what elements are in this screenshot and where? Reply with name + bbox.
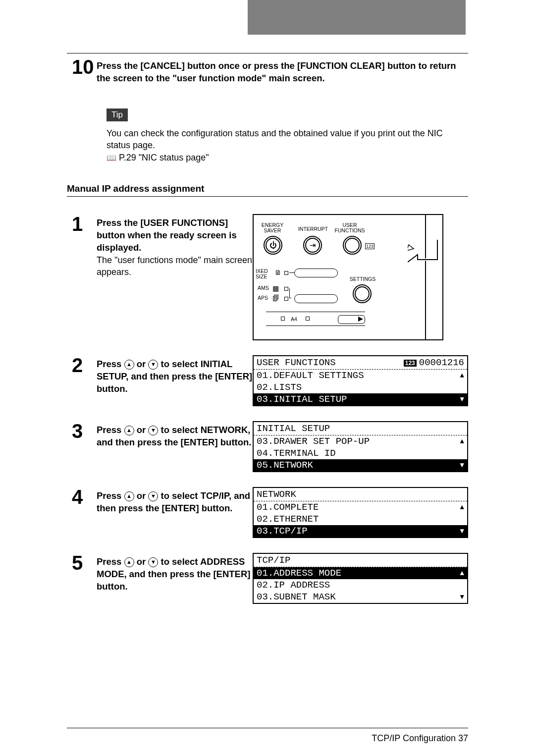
connector-line-2 — [289, 288, 291, 298]
down-triangle-icon: ▼ — [148, 360, 158, 370]
lcd-header: USER FUNCTIONS 12300001216 — [254, 356, 467, 370]
lcd-header: INITIAL SETUP — [254, 422, 467, 435]
down-triangle-icon: ▼ — [148, 426, 158, 435]
lcd-item: 05.NETWORK — [257, 460, 313, 471]
lcd-header: TCP/IP — [254, 554, 467, 567]
page-content: 10 Press the [CANCEL] button once or pre… — [67, 57, 468, 604]
user-functions-label: USER FUNCTIONS — [332, 222, 368, 233]
step-5: 5 Press ▲ or ▼ to select ADDRESS MODE, a… — [67, 553, 468, 604]
lcd-title: USER FUNCTIONS — [257, 357, 336, 368]
indicator-square-3 — [284, 297, 288, 301]
step-number: 1 — [67, 214, 97, 234]
a4-label: A4 — [291, 317, 297, 322]
connector-line — [289, 272, 294, 273]
user-functions-button[interactable] — [343, 236, 362, 255]
lcd-row-selected: 01.ADDRESS MODE — [254, 567, 467, 579]
panel-track-3[interactable] — [338, 315, 365, 324]
step-4: 4 Press ▲ or ▼ to select TCP/IP, and the… — [67, 487, 468, 538]
step-3: 3 Press ▲ or ▼ to select NETWORK, and th… — [67, 421, 468, 472]
lcd-screen-4: NETWORK 01.COMPLETE 02.ETHERNET 03.TCP/I… — [253, 487, 468, 538]
tip-reference: 📖 P.29 "NIC status page" — [107, 152, 468, 163]
lcd-row: 04.TERMINAL ID — [254, 447, 467, 459]
svg-marker-0 — [408, 245, 414, 251]
mixed-size-label: IXED SIZE — [256, 269, 275, 279]
lcd-item: 02.LISTS — [257, 382, 302, 393]
step-10: 10 Press the [CANCEL] button once or pre… — [67, 57, 468, 85]
energy-saver-label: ENERGY SAVER — [260, 222, 285, 233]
lcd-row: 01.DEFAULT SETTINGS — [254, 370, 467, 381]
lcd-row: 03.DRAWER SET POP-UP — [254, 435, 467, 447]
counter-value: 00001216 — [419, 357, 464, 368]
t: Press — [97, 359, 124, 369]
lcd-row-selected: 05.NETWORK — [254, 459, 467, 471]
step-number: 10 — [67, 57, 97, 77]
footer-text: TCP/IP Configuration 37 — [67, 733, 468, 744]
up-arrow-icon — [460, 503, 464, 511]
play-icon — [358, 317, 363, 322]
lcd-item: 03.INITIAL SETUP — [257, 394, 347, 405]
a4-square-left — [281, 317, 285, 321]
step-body: Press the [USER FUNCTIONS] button when t… — [97, 214, 253, 278]
lcd-row: 01.COMPLETE — [254, 501, 467, 513]
step-title: Press the [CANCEL] button once or press … — [97, 60, 468, 85]
t: Press — [97, 490, 124, 501]
up-arrow-icon — [460, 372, 464, 379]
up-triangle-icon: ▲ — [124, 360, 134, 370]
settings-label: SETTINGS — [348, 276, 377, 282]
page-footer: TCP/IP Configuration 37 — [67, 728, 468, 744]
lcd-item: 02.ETHERNET — [257, 514, 319, 525]
t: or — [134, 425, 149, 435]
panel-divider — [266, 312, 365, 312]
up-triangle-icon: ▲ — [124, 491, 134, 501]
lcd-screen-2: USER FUNCTIONS 12300001216 01.DEFAULT SE… — [253, 355, 468, 406]
t: Press — [97, 556, 124, 567]
step-title: Press ▲ or ▼ to select INITIAL SETUP, an… — [97, 355, 253, 395]
up-arrow-icon — [460, 569, 464, 577]
ams-label: AMS — [258, 285, 272, 291]
down-arrow-icon — [460, 527, 464, 535]
lcd-item: 03.SUBNET MASK — [257, 592, 336, 602]
lcd-item: 01.COMPLETE — [257, 502, 319, 513]
lcd-item: 01.DEFAULT SETTINGS — [257, 370, 364, 381]
settings-button[interactable] — [353, 284, 372, 303]
ams-icon: ▩ — [272, 284, 279, 292]
step-text: The "user functions mode" main screen ap… — [97, 254, 253, 278]
small-123-badge: 123 — [365, 243, 374, 249]
panel-right-edge — [426, 214, 443, 340]
panel-divider-2 — [266, 325, 365, 326]
lcd-screen-3: INITIAL SETUP 03.DRAWER SET POP-UP 04.TE… — [253, 421, 468, 472]
lcd-item: 02.IP ADDRESS — [257, 580, 330, 591]
energy-saver-button[interactable]: ⏻ — [264, 236, 282, 255]
t: Press — [97, 425, 124, 435]
step-title: Press ▲ or ▼ to select TCP/IP, and then … — [97, 487, 253, 515]
lcd-counter: 12300001216 — [403, 357, 464, 368]
lcd-screen-5: TCP/IP 01.ADDRESS MODE 02.IP ADDRESS 03.… — [253, 553, 468, 604]
section-title: Manual IP address assignment — [67, 183, 468, 194]
up-triangle-icon: ▲ — [124, 426, 134, 435]
footer-rule — [67, 728, 468, 728]
interrupt-button[interactable]: ⇥ — [303, 236, 322, 255]
up-arrow-icon — [460, 437, 464, 445]
step-number: 5 — [67, 553, 97, 573]
aps-icon: 🗐 — [272, 294, 279, 302]
top-rule — [67, 53, 468, 54]
step-number: 4 — [67, 487, 97, 507]
ref-text: P.29 "NIC status page" — [119, 153, 209, 162]
lcd-row-selected: 03.INITIAL SETUP — [254, 393, 467, 405]
aps-label: APS — [258, 295, 272, 301]
down-arrow-icon — [460, 461, 464, 469]
lcd-item: 03.DRAWER SET POP-UP — [257, 436, 370, 447]
oval-button-2[interactable] — [294, 294, 338, 303]
header-gray-block — [248, 0, 466, 35]
tip-label: Tip — [107, 108, 128, 121]
lcd-row: 02.LISTS — [254, 381, 467, 393]
step-body: Press the [CANCEL] button once or press … — [97, 57, 468, 85]
oval-button-1[interactable] — [294, 269, 338, 277]
down-arrow-icon — [460, 593, 464, 601]
callout-arrow-icon — [408, 235, 442, 265]
t: or — [134, 556, 149, 567]
down-triangle-icon: ▼ — [148, 491, 158, 501]
step-title: Press the [USER FUNCTIONS] button when t… — [97, 217, 253, 254]
step-title: Press ▲ or ▼ to select ADDRESS MODE, and… — [97, 553, 253, 593]
tip-text: You can check the configuration status a… — [107, 127, 468, 152]
